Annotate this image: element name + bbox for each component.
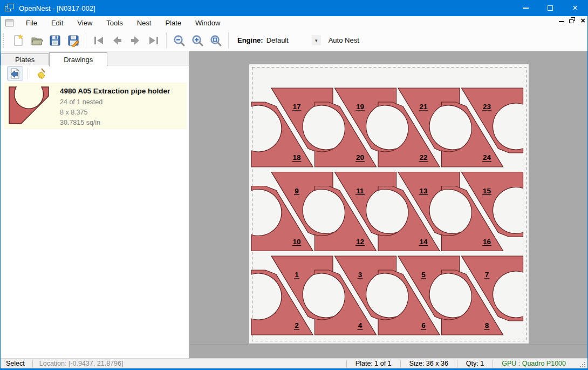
svg-text:24: 24	[483, 153, 491, 162]
nest-canvas[interactable]: 171819202122232491011121314151612345678	[189, 51, 588, 358]
svg-text:9: 9	[295, 187, 299, 195]
zoom-in-icon	[191, 34, 204, 47]
svg-text:10: 10	[292, 238, 300, 246]
go-first-button[interactable]	[90, 32, 108, 49]
svg-text:20: 20	[356, 153, 364, 162]
go-last-button[interactable]	[145, 32, 163, 49]
svg-text:11: 11	[356, 187, 364, 195]
svg-text:22: 22	[419, 153, 427, 162]
menu-bar: FileEditViewToolsNestPlateWindow	[1, 16, 587, 30]
svg-text:7: 7	[485, 271, 489, 279]
menu-item-edit[interactable]: Edit	[44, 17, 70, 29]
go-previous-icon	[111, 34, 124, 47]
menu-item-view[interactable]: View	[70, 17, 99, 29]
mdi-minimize-icon[interactable]	[559, 18, 564, 23]
toolbar-grip[interactable]	[3, 33, 5, 48]
go-next-icon	[129, 34, 142, 47]
svg-text:5: 5	[421, 271, 426, 279]
go-previous-button[interactable]	[108, 32, 126, 49]
svg-text:14: 14	[419, 238, 428, 246]
menu-item-window[interactable]: Window	[188, 17, 227, 29]
svg-text:17: 17	[292, 103, 300, 111]
status-qty: Qty: 1	[457, 360, 493, 368]
window-title: OpenNest - [N0317-002]	[19, 4, 95, 12]
menu-item-nest[interactable]: Nest	[130, 17, 159, 29]
maximize-button[interactable]	[538, 0, 563, 16]
menu-item-file[interactable]: File	[19, 17, 44, 29]
drawing-list-item[interactable]: 4980 A05 Extraction pipe holder 24 of 1 …	[4, 83, 187, 129]
status-bar: Select Location: [-0.9437, 21.8796] Plat…	[1, 358, 587, 370]
save-as-button[interactable]	[64, 32, 83, 49]
panel-toolbar-separator	[28, 68, 28, 79]
close-button[interactable]: ×	[563, 0, 587, 16]
svg-text:18: 18	[292, 153, 301, 162]
zoom-fit-button[interactable]	[207, 32, 225, 49]
zoom-in-button[interactable]	[188, 32, 207, 49]
toolbar-separator	[228, 32, 229, 49]
resize-grip[interactable]	[578, 360, 586, 368]
main-toolbar: Engine: Default ▾ Auto Nest	[1, 30, 587, 51]
toolbar-separator	[166, 32, 167, 49]
drawing-area: 30.7815 sq/in	[60, 118, 170, 128]
svg-text:2: 2	[295, 321, 299, 329]
save-as-icon	[67, 34, 80, 47]
toolbar-separator	[86, 32, 86, 49]
import-drawing-button[interactable]	[7, 66, 23, 80]
save-icon	[49, 34, 61, 47]
svg-text:23: 23	[483, 103, 491, 111]
auto-nest-button[interactable]: Auto Nest	[329, 36, 359, 44]
mdi-close-icon[interactable]: ×	[580, 17, 585, 23]
go-next-button[interactable]	[126, 32, 145, 49]
svg-text:13: 13	[419, 187, 428, 195]
engine-dropdown-arrow[interactable]: ▾	[312, 35, 321, 45]
svg-text:12: 12	[356, 238, 364, 246]
clean-button[interactable]	[32, 66, 49, 80]
drawing-nested-count: 24 of 1 nested	[60, 97, 170, 107]
tab-strip: PlatesDrawings	[1, 51, 189, 65]
svg-text:6: 6	[421, 321, 426, 329]
svg-text:3: 3	[358, 271, 363, 279]
mdi-child-icon[interactable]	[5, 19, 13, 26]
status-location: Location: [-0.9437, 21.8796]	[33, 360, 130, 367]
svg-text:4: 4	[358, 321, 363, 329]
drawing-title: 4980 A05 Extraction pipe holder	[60, 87, 170, 95]
svg-text:15: 15	[483, 187, 491, 195]
go-last-icon	[147, 34, 160, 47]
zoom-fit-icon	[209, 34, 222, 47]
svg-text:21: 21	[419, 103, 428, 111]
zoom-out-icon	[173, 34, 186, 47]
status-size: Size: 36 x 36	[400, 360, 457, 368]
svg-text:19: 19	[356, 103, 364, 111]
part-thumbnail	[8, 86, 51, 126]
go-first-icon	[92, 34, 105, 47]
panel-toolbar	[1, 65, 189, 82]
open-button[interactable]	[28, 32, 46, 49]
status-gpu: GPU : Quadro P1000	[493, 360, 575, 368]
drawing-size: 8 x 8.375	[60, 107, 170, 118]
minimize-button[interactable]	[513, 0, 538, 16]
status-plate: Plate: 1 of 1	[346, 360, 400, 368]
plate-view: 171819202122232491011121314151612345678	[190, 51, 588, 358]
menu-item-plate[interactable]: Plate	[158, 17, 188, 29]
svg-text:1: 1	[295, 271, 299, 279]
tab-plates[interactable]: Plates	[1, 53, 49, 65]
svg-text:8: 8	[485, 321, 489, 329]
clean-broom-icon	[35, 68, 46, 79]
app-icon	[5, 4, 13, 12]
zoom-out-button[interactable]	[170, 32, 188, 49]
tab-drawings[interactable]: Drawings	[49, 52, 107, 66]
svg-text:16: 16	[483, 238, 491, 246]
save-button[interactable]	[46, 32, 64, 49]
engine-combobox[interactable]: Default	[266, 36, 312, 44]
title-bar: OpenNest - [N0317-002] ×	[1, 0, 587, 16]
left-panel: PlatesDrawings 4980 A05 Extraction pipe …	[1, 51, 189, 358]
import-drawing-icon	[9, 68, 21, 79]
open-icon	[30, 34, 43, 47]
status-mode: Select	[1, 360, 32, 367]
new-icon	[12, 34, 25, 47]
menu-item-tools[interactable]: Tools	[99, 17, 129, 29]
engine-label: Engine:	[237, 36, 263, 44]
mdi-restore-icon[interactable]	[569, 17, 575, 23]
new-button[interactable]	[9, 32, 28, 49]
